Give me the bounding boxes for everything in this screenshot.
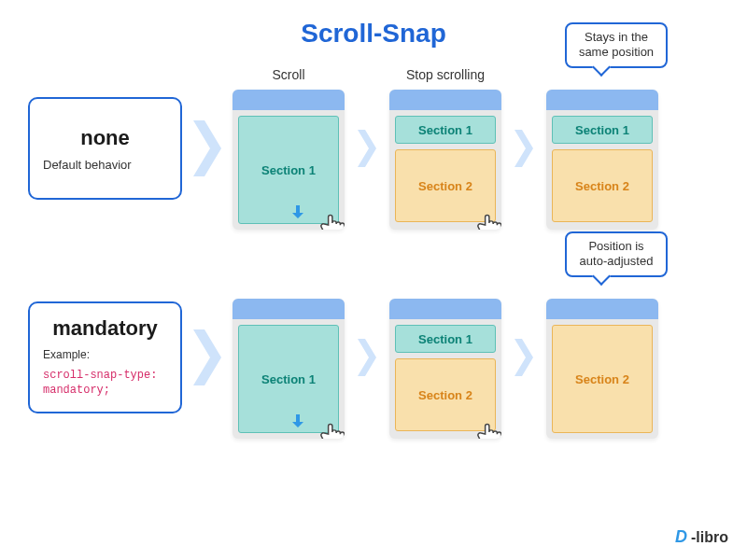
chevron-icon [193, 329, 221, 385]
label-code: scroll-snap-type: mandatory; [43, 369, 167, 398]
brand-logo: D-libro [675, 527, 728, 547]
window-body: Section 1Section 2 [546, 110, 658, 230]
callout: Position is auto-adjusted [565, 231, 668, 277]
stage: Section 1Section 2 [389, 276, 501, 439]
chevron-icon [513, 130, 535, 167]
brand-rest: -libro [691, 529, 728, 546]
window-body: Section 2 [546, 319, 658, 439]
mock-window: Section 1Section 2 [389, 299, 501, 439]
chevron-icon [193, 120, 221, 176]
window-titlebar [389, 90, 501, 110]
window-body: Section 1 [233, 319, 345, 439]
label-sub: Default behavior [43, 158, 167, 172]
row-mandatory: mandatoryExample:scroll-snap-type: manda… [28, 276, 719, 439]
stage: ScrollSection 1 [233, 67, 345, 230]
stage-header: Scroll [272, 67, 304, 84]
window-titlebar [546, 299, 658, 319]
section-block: Section 1 [552, 116, 653, 144]
stage: Section 1 [233, 276, 345, 439]
stage: Stop scrollingSection 1Section 2 [389, 67, 501, 230]
mock-window: Section 1Section 2 [389, 90, 501, 230]
chevron-icon [356, 130, 378, 167]
callout: Stays in the same position [565, 22, 668, 68]
window-body: Section 1Section 2 [389, 319, 501, 439]
section-block: Section 2 [552, 325, 653, 433]
stage-header: Stop scrolling [406, 67, 485, 84]
section-block: Section 1 [395, 325, 496, 353]
label-example: Example: [43, 348, 167, 361]
mock-window: Section 1Section 2 [546, 90, 658, 230]
mock-window: Section 1 [233, 90, 345, 230]
section-block: Section 1 [395, 116, 496, 144]
chevron-icon [513, 339, 535, 376]
chevron-icon [356, 339, 378, 376]
label-main: none [43, 126, 167, 150]
window-body: Section 1Section 2 [389, 110, 501, 230]
label-main: mandatory [43, 316, 167, 341]
section-block: Section 2 [552, 149, 653, 222]
window-titlebar [389, 299, 501, 319]
window-titlebar [546, 90, 658, 110]
section-block: Section 2 [395, 358, 496, 431]
down-arrow-icon [290, 414, 303, 427]
window-titlebar [233, 90, 345, 110]
stage: Section 1Section 2Stays in the same posi… [546, 67, 658, 230]
section-block: Section 2 [395, 149, 496, 222]
section-block: Section 1 [238, 325, 339, 433]
stage: Section 2Position is auto-adjusted [546, 276, 658, 439]
mock-window: Section 2 [546, 299, 658, 439]
window-body: Section 1 [233, 110, 345, 230]
row-none: noneDefault behaviorScrollSection 1Stop … [28, 67, 719, 230]
window-titlebar [233, 299, 345, 319]
down-arrow-icon [290, 205, 303, 218]
label-card-none: noneDefault behavior [28, 97, 182, 200]
label-card-mandatory: mandatoryExample:scroll-snap-type: manda… [28, 301, 182, 413]
section-block: Section 1 [238, 116, 339, 224]
mock-window: Section 1 [233, 299, 345, 439]
brand-d: D [675, 527, 687, 547]
